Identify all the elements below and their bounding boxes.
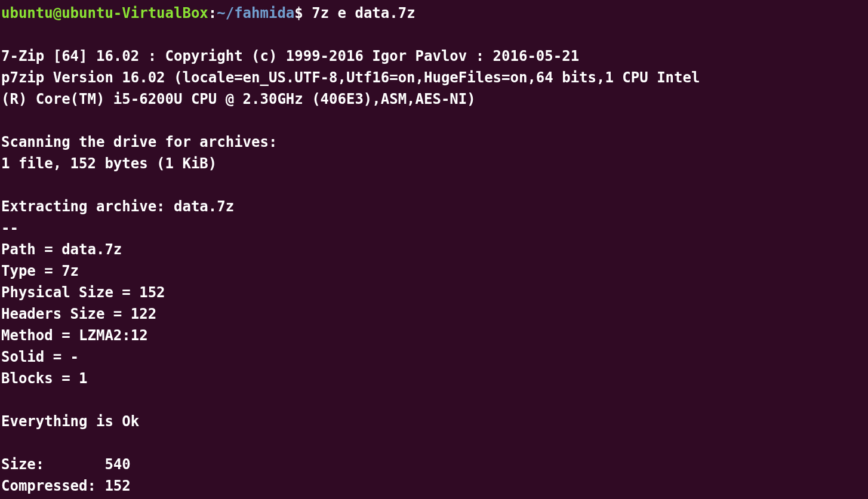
- output-compressed: Compressed: 152: [1, 475, 867, 497]
- prompt-path-tilde: ~: [217, 5, 225, 21]
- output-blank: [1, 110, 867, 131]
- output-type: Type = 7z: [1, 260, 867, 282]
- output-dashes: --: [1, 217, 867, 239]
- prompt-separator: :: [208, 5, 217, 21]
- output-blank: [1, 24, 867, 45]
- terminal-prompt-line[interactable]: ubuntu@ubuntu-VirtualBox:~/fahmida$ 7z e…: [1, 2, 867, 24]
- output-path: Path = data.7z: [1, 239, 867, 260]
- output-everything-ok: Everything is Ok: [1, 411, 867, 432]
- output-p7zip-version-line1: p7zip Version 16.02 (locale=en_US.UTF-8,…: [1, 67, 867, 88]
- output-file-info: 1 file, 152 bytes (1 KiB): [1, 153, 867, 174]
- output-size: Size: 540: [1, 454, 867, 475]
- command-text: 7z e data.7z: [303, 5, 415, 21]
- output-p7zip-version-line2: (R) Core(TM) i5-6200U CPU @ 2.30GHz (406…: [1, 88, 867, 110]
- output-physical-size: Physical Size = 152: [1, 282, 867, 303]
- output-method: Method = LZMA2:12: [1, 325, 867, 346]
- prompt-user-host: ubuntu@ubuntu-VirtualBox: [1, 5, 208, 21]
- prompt-dollar: $: [294, 5, 303, 21]
- output-blank: [1, 174, 867, 196]
- output-scanning: Scanning the drive for archives:: [1, 131, 867, 153]
- output-blank: [1, 432, 867, 454]
- output-blocks: Blocks = 1: [1, 368, 867, 389]
- output-extracting: Extracting archive: data.7z: [1, 196, 867, 217]
- output-solid: Solid = -: [1, 346, 867, 368]
- output-7zip-header: 7-Zip [64] 16.02 : Copyright (c) 1999-20…: [1, 45, 867, 67]
- prompt-path-dir: /fahmida: [226, 5, 295, 21]
- output-blank: [1, 389, 867, 411]
- output-headers-size: Headers Size = 122: [1, 303, 867, 325]
